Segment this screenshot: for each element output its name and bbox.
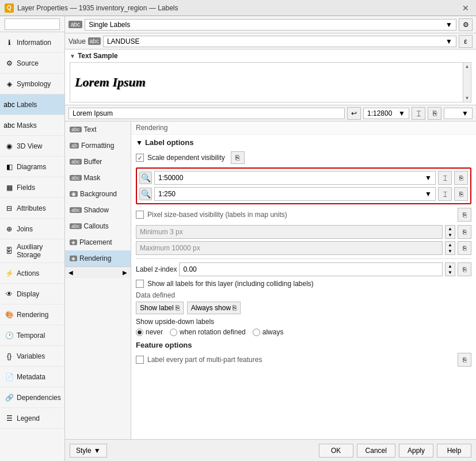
value-field-name: LANDUSE — [107, 37, 140, 45]
z-index-copy-btn[interactable]: ⎘ — [458, 262, 471, 276]
radio-when-rotation[interactable]: when rotation defined — [170, 328, 246, 336]
scale-max-dropdown[interactable]: 1:250 ▼ — [154, 187, 436, 201]
sub-sidebar-item-mask[interactable]: abc Mask — [65, 170, 131, 186]
scale-max-cursor-btn[interactable]: ⌶ — [438, 187, 452, 201]
undo-btn[interactable]: ↩ — [347, 107, 361, 120]
min-px-arrows[interactable]: ▲ ▼ — [445, 225, 455, 239]
sidebar-item-metadata[interactable]: 📄 Metadata — [0, 367, 64, 387]
label-every-part-checkbox[interactable] — [136, 356, 144, 364]
sub-sidebar-item-formatting[interactable]: ab Formatting — [65, 138, 131, 154]
sidebar-item-labels[interactable]: abc Labels — [0, 94, 64, 115]
label-type-badge: abc — [68, 21, 82, 28]
max-px-up[interactable]: ▲ — [445, 242, 455, 248]
sidebar-item-attributes[interactable]: ⊟ Attributes — [0, 198, 64, 219]
scale-min-cursor-btn[interactable]: ⌶ — [438, 171, 452, 185]
nav-left-arrow[interactable]: ◀ — [66, 268, 75, 277]
radio-always-circle[interactable] — [253, 329, 260, 336]
label-type-options-btn[interactable]: ⚙ — [459, 18, 473, 31]
style-button[interactable]: Style ▼ — [70, 444, 107, 458]
radio-never-circle[interactable] — [136, 329, 143, 336]
sidebar-item-temporal[interactable]: 🕐 Temporal — [0, 325, 64, 346]
sidebar-item-display[interactable]: 👁 Display — [0, 284, 64, 304]
ok-button[interactable]: OK — [319, 444, 353, 458]
label-every-part-copy-btn[interactable]: ⎘ — [458, 353, 471, 367]
pixel-visibility-checkbox[interactable] — [136, 211, 144, 219]
pixel-visibility-copy-btn[interactable]: ⎘ — [458, 208, 471, 222]
always-show-text: Always show — [191, 304, 231, 312]
scale-min-dropdown[interactable]: 1:50000 ▼ — [154, 171, 436, 185]
radio-always[interactable]: always — [253, 328, 284, 336]
copy-btn[interactable]: ⎘ — [428, 107, 441, 120]
sidebar-label-labels: Labels — [17, 101, 37, 109]
max-px-arrows[interactable]: ▲ ▼ — [445, 241, 455, 255]
sub-sidebar-item-background[interactable]: ◉ Background — [65, 186, 131, 202]
preview-scrollbar[interactable]: ▲ ▼ — [463, 63, 471, 102]
nav-right-arrow[interactable]: ▶ — [120, 268, 130, 277]
label-text-input[interactable] — [68, 108, 345, 119]
scale-min-value: 1:50000 — [158, 174, 183, 182]
sidebar-item-fields[interactable]: ▦ Fields — [0, 177, 64, 198]
scale-dropdown[interactable]: 1:12800 ▼ — [363, 108, 409, 119]
sidebar-item-source[interactable]: ⚙ Source — [0, 53, 64, 74]
sub-sidebar-item-callouts[interactable]: abc Callouts — [65, 218, 131, 234]
right-panel: abc Single Labels ▼ ⚙ Value abc LANDUSE … — [65, 16, 476, 461]
cursor-btn[interactable]: ⌶ — [412, 107, 425, 120]
z-index-arrows[interactable]: ▲ ▼ — [445, 262, 455, 276]
min-px-down[interactable]: ▼ — [445, 232, 455, 238]
sidebar-item-diagrams[interactable]: ◧ Diagrams — [0, 157, 64, 177]
feature-options-section: Feature options Label every part of mult… — [136, 341, 471, 367]
sub-sidebar-item-placement[interactable]: ◈ Placement — [65, 234, 131, 250]
min-px-up[interactable]: ▲ — [445, 226, 455, 232]
z-index-up[interactable]: ▲ — [445, 263, 455, 269]
sub-sidebar-item-text[interactable]: abc Text — [65, 121, 131, 138]
sidebar-item-legend[interactable]: ☰ Legend — [0, 408, 64, 429]
cancel-button[interactable]: Cancel — [357, 444, 395, 458]
label-type-dropdown[interactable]: Single Labels ▼ — [85, 19, 456, 31]
max-px-spinbox: Maximum 10000 px — [136, 241, 443, 255]
sidebar-label-source: Source — [17, 59, 39, 67]
sidebar-item-rendering[interactable]: 🎨 Rendering — [0, 304, 64, 325]
sidebar-item-symbology[interactable]: ◈ Symbology — [0, 74, 64, 94]
always-show-btn[interactable]: Always show ⎘ — [187, 302, 241, 314]
help-button[interactable]: Help — [437, 444, 471, 458]
radio-when-rotation-circle[interactable] — [170, 329, 177, 336]
value-dropdown[interactable]: LANDUSE ▼ — [103, 36, 456, 47]
scale-dependent-checkbox[interactable] — [136, 154, 144, 162]
sidebar-item-information[interactable]: ℹ Information — [0, 32, 64, 53]
radio-never-label: never — [146, 328, 163, 336]
sub-sidebar-item-buffer[interactable]: abc Buffer — [65, 154, 131, 170]
sidebar-item-3dview[interactable]: ◉ 3D View — [0, 136, 64, 157]
sidebar-label-rendering: Rendering — [17, 311, 48, 319]
window-title: Layer Properties — 1935 inventory_region… — [17, 4, 178, 12]
sidebar-item-dependencies[interactable]: 🔗 Dependencies — [0, 387, 64, 408]
value-expr-btn[interactable]: ε — [459, 35, 473, 48]
max-px-copy-btn[interactable]: ⎘ — [458, 241, 471, 255]
close-button[interactable]: ✕ — [460, 2, 471, 14]
scale-max-copy-btn[interactable]: ⎘ — [454, 187, 468, 201]
min-px-copy-btn[interactable]: ⎘ — [458, 225, 471, 239]
sidebar-item-auxiliary-storage[interactable]: 🗄 Auxiliary Storage — [0, 239, 64, 263]
apply-button[interactable]: Apply — [399, 444, 433, 458]
z-index-down[interactable]: ▼ — [445, 269, 455, 276]
search-input[interactable] — [5, 18, 60, 30]
sub-sidebar-item-rendering[interactable]: ◈ Rendering — [65, 250, 131, 266]
show-all-checkbox[interactable] — [136, 280, 144, 288]
show-label-btn[interactable]: Show label ⎘ — [136, 302, 184, 314]
label-type-value: Single Labels — [89, 21, 130, 29]
sidebar-item-joins[interactable]: ⊕ Joins — [0, 219, 64, 239]
sub-sidebar-item-shadow[interactable]: abc Shadow — [65, 202, 131, 218]
sidebar-item-masks[interactable]: abc Masks — [0, 115, 64, 136]
scale-min-copy-btn[interactable]: ⎘ — [454, 171, 468, 185]
z-index-input[interactable] — [179, 262, 443, 276]
radio-never[interactable]: never — [136, 328, 163, 336]
max-px-down[interactable]: ▼ — [445, 248, 455, 254]
scroll-up-arrow[interactable]: ▲ — [464, 63, 471, 70]
zoom-in-icon[interactable]: 🔍 — [139, 172, 152, 184]
zoom-out-icon[interactable]: 🔍 — [139, 188, 152, 200]
extra-dropdown[interactable]: ▼ — [444, 108, 473, 119]
scale-dependent-copy-btn[interactable]: ⎘ — [231, 151, 245, 164]
scroll-down-arrow[interactable]: ▼ — [464, 94, 471, 102]
sidebar-label-joins: Joins — [17, 225, 33, 233]
sidebar-item-variables[interactable]: {} Variables — [0, 346, 64, 367]
sidebar-item-actions[interactable]: ⚡ Actions — [0, 263, 64, 284]
